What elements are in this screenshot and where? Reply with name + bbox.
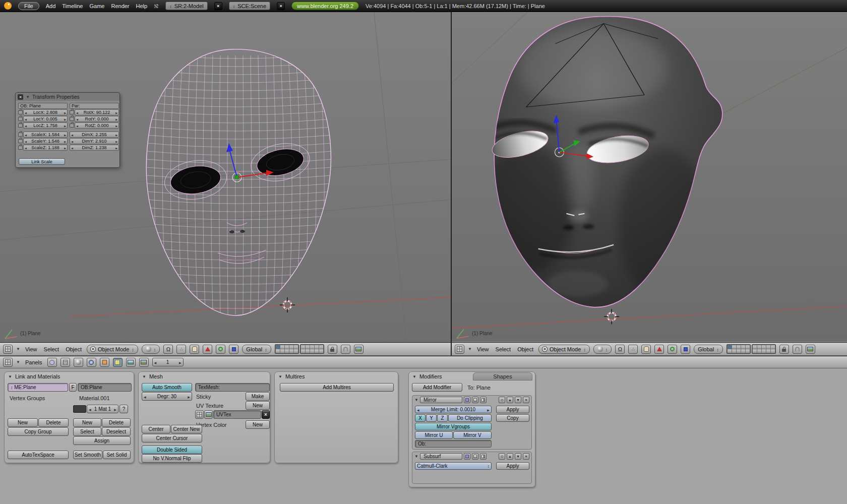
render-preview-icon[interactable] — [354, 345, 364, 354]
render-toggle-icon[interactable] — [464, 397, 470, 403]
layer-buttons-group-2[interactable] — [300, 344, 324, 354]
locx-field[interactable]: LocX: 2.808 — [23, 109, 68, 115]
screen-selector[interactable]: SR:2-Model — [165, 2, 208, 10]
do-clipping-toggle[interactable]: Do Clipping — [448, 414, 492, 422]
no-vnormal-flip-toggle[interactable]: No V.Normal Flip — [142, 454, 202, 463]
snap-magnet-icon[interactable] — [341, 345, 350, 354]
copy-group-button[interactable]: Copy Group — [8, 427, 69, 436]
add-modifier-button[interactable]: Add Modifier — [412, 383, 462, 392]
lock-icon[interactable] — [18, 139, 23, 143]
scene-context-icon[interactable] — [126, 358, 136, 367]
scene-selector[interactable]: SCE:Scene — [229, 2, 270, 10]
blender-logo-icon[interactable] — [4, 2, 12, 10]
scalex-field[interactable]: ScaleX: 1.584 — [23, 132, 68, 138]
collapse-icon[interactable] — [26, 95, 30, 99]
set-solid-button[interactable]: Set Solid — [103, 451, 131, 459]
move-up-icon[interactable] — [507, 397, 513, 403]
object-datablock-field[interactable]: OB:Plane — [78, 383, 132, 392]
rotate-manipulator-icon[interactable] — [668, 345, 677, 354]
lock-icon[interactable] — [328, 345, 337, 354]
degr-field[interactable]: Degr: 30 — [142, 392, 192, 401]
panel-collapse-icon[interactable] — [8, 374, 12, 379]
vertex-color-new-button[interactable]: New — [246, 420, 270, 429]
mirror-apply-button[interactable]: Apply — [496, 406, 529, 413]
orientation-dropdown[interactable]: Global — [242, 345, 271, 354]
modifier-name-field[interactable]: Subsurf — [420, 453, 462, 460]
menu-select[interactable]: Select — [42, 346, 61, 352]
world-context-icon[interactable] — [87, 358, 96, 367]
uv-texture-new-button[interactable]: New — [246, 401, 270, 410]
transform-panel-header[interactable]: Transform Properties — [16, 93, 119, 101]
select-button[interactable]: Select — [73, 427, 101, 436]
double-sided-toggle[interactable]: Double Sided — [142, 446, 202, 454]
mode-dropdown[interactable]: Object Mode — [87, 345, 138, 354]
translate-manipulator-icon[interactable] — [203, 345, 212, 354]
set-smooth-button[interactable]: Set Smooth — [73, 451, 102, 459]
viewport-3d-left[interactable]: Transform Properties OB: Plane Par: LocX… — [0, 12, 451, 342]
assign-button[interactable]: Assign — [73, 436, 131, 445]
realtime-toggle-icon[interactable] — [472, 397, 478, 403]
lock-icon[interactable] — [779, 345, 789, 354]
merge-limit-field[interactable]: Merge Limit: 0.0010 — [415, 406, 492, 413]
editing-context-icon[interactable] — [113, 358, 123, 367]
material-color-swatch[interactable] — [73, 405, 86, 413]
screen-close-button[interactable] — [214, 2, 222, 10]
render-context-icon[interactable] — [139, 358, 149, 367]
modifier-name-field[interactable]: Mirror — [420, 397, 462, 403]
mirror-z-toggle[interactable]: Z — [437, 414, 448, 422]
frame-step-left-icon[interactable] — [154, 359, 157, 365]
texmesh-field[interactable]: TexMesh: — [195, 383, 270, 392]
frame-step-right-icon[interactable] — [179, 359, 182, 365]
menu-add[interactable]: Add — [46, 3, 56, 9]
cage-toggle-icon[interactable] — [499, 453, 505, 460]
layer-buttons-group-1[interactable] — [275, 344, 299, 354]
y-axis-handle[interactable] — [235, 175, 238, 179]
shading-context-icon[interactable] — [74, 358, 83, 367]
mode-dropdown[interactable]: Object Mode — [538, 345, 590, 354]
move-down-icon[interactable] — [515, 397, 521, 403]
frame-number-field[interactable]: 1 — [152, 358, 184, 366]
editor-type-icon[interactable] — [3, 345, 13, 354]
menu-view[interactable]: View — [475, 346, 491, 352]
rotz-field[interactable]: RotZ: 0.000 — [75, 122, 119, 129]
editmode-toggle-icon[interactable] — [480, 453, 487, 460]
rotate-manipulator-icon[interactable] — [216, 345, 225, 354]
draw-type-dropdown[interactable] — [142, 345, 160, 354]
ob-name-field[interactable]: OB: Plane — [18, 103, 68, 109]
editor-type-icon[interactable] — [3, 358, 13, 367]
editmode-toggle-icon[interactable] — [480, 397, 487, 403]
rotx-field[interactable]: RotX: 90.122 — [75, 109, 119, 115]
editor-type-icon[interactable] — [455, 345, 464, 354]
move-up-icon[interactable] — [507, 453, 513, 460]
lock-icon[interactable] — [70, 117, 74, 121]
modifier-expand-icon[interactable] — [414, 398, 418, 402]
material-delete-button[interactable]: Delete — [102, 418, 131, 427]
lock-icon[interactable] — [70, 123, 74, 128]
viewport-left-canvas[interactable] — [0, 12, 451, 342]
menu-object[interactable]: Object — [516, 346, 535, 352]
layer-buttons-group-1[interactable] — [727, 344, 751, 354]
menu-game[interactable]: Game — [89, 3, 104, 9]
translate-manipulator-icon[interactable] — [654, 345, 664, 354]
subsurf-type-dropdown[interactable]: Catmull-Clark — [415, 462, 492, 470]
mirror-vgroups-toggle[interactable]: Mirror Vgroups — [415, 423, 492, 430]
viewport-3d-right[interactable]: (1) Plane — [451, 12, 847, 342]
locz-field[interactable]: LocZ: 1.758 — [23, 122, 68, 129]
delete-modifier-icon[interactable] — [523, 397, 529, 403]
vgroup-new-button[interactable]: New — [8, 418, 38, 427]
menu-view[interactable]: View — [24, 346, 39, 352]
lock-icon[interactable] — [18, 146, 23, 150]
tab-shapes[interactable]: Shapes — [473, 372, 532, 381]
auto-smooth-toggle[interactable]: Auto Smooth — [142, 383, 192, 392]
add-multires-button[interactable]: Add Multires — [280, 383, 394, 392]
mirror-copy-button[interactable]: Copy — [496, 414, 529, 422]
draw-type-dropdown[interactable] — [593, 345, 612, 354]
center-new-button[interactable]: Center New — [171, 425, 202, 433]
locy-field[interactable]: LocY: 0.005 — [23, 116, 68, 122]
uvtex-delete-button[interactable] — [262, 410, 270, 419]
menu-render[interactable]: Render — [111, 3, 129, 9]
snap-target-icon[interactable] — [628, 345, 638, 354]
script-context-icon[interactable] — [60, 358, 70, 367]
panel-collapse-icon[interactable] — [142, 374, 146, 379]
material-help-button[interactable]: ? — [119, 405, 128, 413]
